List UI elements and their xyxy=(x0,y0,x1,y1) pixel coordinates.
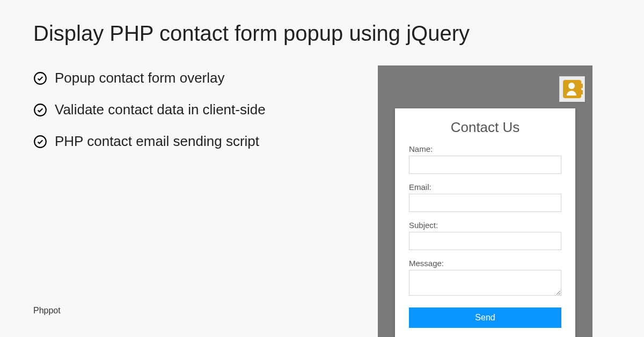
feature-item: Validate contact data in client-side xyxy=(33,101,266,118)
subject-label: Subject: xyxy=(409,221,561,230)
feature-text: PHP contact email sending script xyxy=(55,133,259,150)
message-textarea[interactable] xyxy=(409,270,561,296)
brand-footer: Phppot xyxy=(33,306,61,316)
popup-heading: Contact Us xyxy=(409,119,561,136)
name-input[interactable] xyxy=(409,156,561,174)
page-title: Display PHP contact form popup using jQu… xyxy=(33,21,470,46)
message-label: Message: xyxy=(409,259,561,268)
feature-text: Popup contact form overlay xyxy=(55,70,225,86)
check-circle-icon xyxy=(33,135,47,149)
subject-input[interactable] xyxy=(409,232,561,250)
address-book-icon xyxy=(563,80,581,98)
svg-point-2 xyxy=(34,136,46,148)
feature-text: Validate contact data in client-side xyxy=(55,101,266,118)
check-circle-icon xyxy=(33,103,47,117)
svg-point-0 xyxy=(34,72,46,84)
check-circle-icon xyxy=(33,71,47,85)
feature-list: Popup contact form overlay Validate cont… xyxy=(33,70,266,165)
email-label: Email: xyxy=(409,182,561,192)
contact-popup: Contact Us Name: Email: Subject: Message… xyxy=(395,108,575,337)
svg-point-1 xyxy=(34,104,46,116)
email-input[interactable] xyxy=(409,194,561,212)
send-button[interactable]: Send xyxy=(409,307,561,328)
preview-overlay: Contact Us Name: Email: Subject: Message… xyxy=(378,65,592,337)
feature-item: Popup contact form overlay xyxy=(33,70,266,86)
name-label: Name: xyxy=(409,144,561,153)
feature-item: PHP contact email sending script xyxy=(33,133,266,150)
open-contact-button[interactable] xyxy=(559,76,585,102)
